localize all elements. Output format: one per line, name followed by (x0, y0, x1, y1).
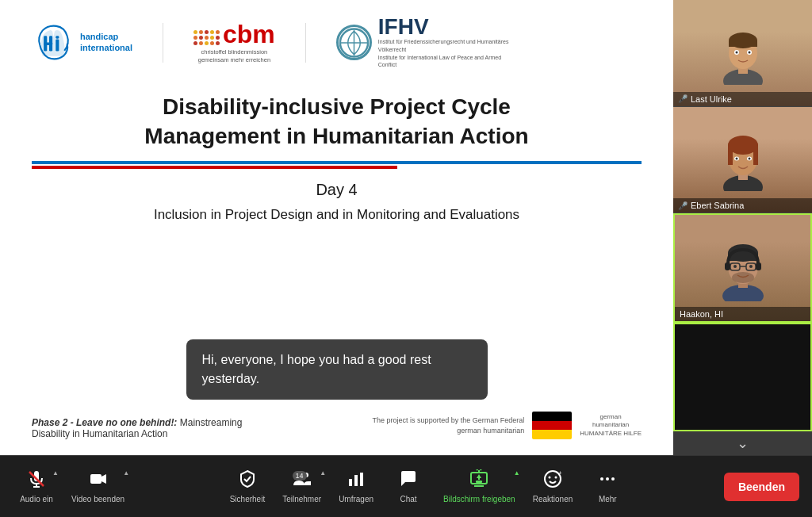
svg-rect-49 (354, 475, 358, 486)
slide-sponsor: The project is supported by the German F… (373, 412, 642, 439)
audio-label: Audio ein (20, 495, 53, 504)
participant-name-bar-3: Haakon, HI (675, 307, 810, 321)
cbm-dots (193, 30, 220, 45)
svg-point-15 (735, 51, 737, 53)
svg-rect-50 (360, 473, 363, 486)
logo-divider-2 (305, 23, 306, 63)
ifhv-circle (336, 25, 372, 60)
participant-face-3 (675, 215, 810, 321)
cbm-dot (199, 36, 203, 40)
video-label: Video beenden (71, 495, 124, 504)
svg-rect-52 (476, 481, 482, 483)
toolbar: Audio ein ▲ Video beenden ▲ (0, 455, 812, 517)
participants-label: Teilnehmer (282, 495, 321, 504)
audio-button[interactable]: Audio ein ▲ (13, 466, 60, 507)
svg-marker-54 (477, 474, 481, 480)
ifhv-logo: IFHV Institut für Friedenssicherungsrech… (336, 16, 521, 69)
audio-icon (27, 469, 46, 493)
svg-text:+: + (558, 469, 562, 477)
svg-rect-39 (756, 262, 761, 270)
chat-button[interactable]: Chat (385, 466, 432, 507)
cbm-logo: cbm christoffel blindenmissiongemeinsam … (193, 21, 275, 64)
slide-title: Disability-inclusive Project Cycle Manag… (32, 93, 642, 151)
emoji-icon: + (543, 469, 562, 488)
cbm-dot (205, 36, 209, 40)
toolbar-center: Sicherheit 14 Teilnehmer ▲ (131, 466, 724, 507)
cbm-subtext: christoffel blindenmissiongemeinsam mehr… (198, 48, 270, 64)
audio-caret[interactable]: ▲ (52, 469, 59, 477)
cbm-dot (210, 30, 214, 34)
right-panel: 🎤 Last Ulrike (673, 0, 812, 455)
ifhv-circle-svg (339, 27, 370, 59)
svg-rect-22 (753, 145, 758, 165)
audio-btn-wrapper: Audio ein ▲ (13, 466, 60, 507)
scroll-down-button[interactable]: ⌄ (673, 431, 812, 455)
more-button[interactable]: Mehr (584, 466, 631, 507)
participant-video-3[interactable]: Haakon, HI (673, 213, 812, 323)
cbm-top: cbm (193, 21, 275, 47)
share-button[interactable]: Bildschirm freigeben ▲ (437, 466, 522, 507)
flag-gold (532, 430, 572, 439)
svg-point-36 (733, 265, 737, 268)
reactions-label: Reaktionen (533, 495, 573, 504)
hi-text: handicapinternational (80, 32, 132, 52)
svg-point-25 (735, 158, 737, 160)
svg-point-60 (606, 477, 609, 481)
cbm-dot (193, 41, 197, 45)
cbm-dot (205, 30, 209, 34)
svg-rect-38 (725, 262, 730, 270)
participant-face-1 (673, 0, 812, 106)
participant-name-bar-1: 🎤 Last Ulrike (673, 92, 812, 106)
face-svg-3 (715, 234, 771, 301)
video-caret[interactable]: ▲ (123, 469, 129, 477)
cbm-dot (210, 41, 214, 45)
slide-bottom: Phase 2 - Leave no one behind!: Mainstre… (32, 404, 642, 439)
title-line2: Management in Humanitarian Action (144, 124, 528, 148)
cbm-dot (193, 36, 197, 40)
hi-logo-icon (32, 21, 75, 64)
svg-point-57 (554, 477, 557, 479)
chat-bubble-icon (399, 469, 418, 488)
screen-share-icon (469, 469, 488, 488)
reactions-button[interactable]: + Reaktionen (527, 466, 580, 507)
flag-red (532, 421, 572, 431)
svg-point-59 (600, 477, 603, 481)
svg-rect-48 (349, 479, 352, 486)
participant-video-4[interactable] (673, 323, 812, 432)
flag-black (532, 412, 572, 421)
slide-divider-blue (32, 161, 642, 164)
participant-video-2[interactable]: 🎤 Ebert Sabrina (673, 107, 812, 214)
toolbar-right: Beenden (724, 473, 799, 501)
dots-icon (598, 469, 617, 488)
chat-icon (399, 469, 418, 493)
caption-bubble: Hi, everyone, I hope you had a good rest… (186, 339, 488, 400)
security-label: Sicherheit (230, 495, 265, 504)
polls-button[interactable]: Umfragen (332, 466, 380, 507)
svg-rect-44 (90, 474, 102, 484)
share-label: Bildschirm freigeben (443, 495, 515, 504)
slide-day: Day 4 (32, 181, 642, 199)
chat-label: Chat (400, 495, 417, 504)
security-icon (238, 469, 257, 493)
participants-caret[interactable]: ▲ (320, 469, 326, 477)
slide-phase: Phase 2 - Leave no one behind!: Mainstre… (32, 417, 270, 439)
participants-badge: 14 (293, 471, 307, 481)
slide-area: handicapinternational (0, 0, 673, 455)
reactions-icon: + (543, 469, 562, 493)
video-button[interactable]: Video beenden ▲ (65, 466, 131, 507)
end-button[interactable]: Beenden (724, 473, 799, 501)
shield-icon (238, 469, 257, 488)
face-svg-1 (715, 21, 771, 85)
ifhv-text-block: IFHV Institut für Friedenssicherungsrech… (378, 16, 521, 69)
security-button[interactable]: Sicherheit (224, 466, 271, 507)
ifhv-subtext: Institut für Friedenssicherungsrecht und… (378, 38, 521, 69)
sponsor-text: The project is supported by the German F… (373, 416, 525, 435)
svg-rect-21 (728, 145, 733, 165)
svg-point-26 (748, 158, 750, 160)
title-line1: Disability-inclusive Project Cycle (163, 94, 511, 119)
participants-button[interactable]: 14 Teilnehmer ▲ (276, 466, 327, 507)
cbm-dot (210, 36, 214, 40)
participant-video-1[interactable]: 🎤 Last Ulrike (673, 0, 812, 107)
share-caret[interactable]: ▲ (514, 469, 520, 477)
participant-name-1: Last Ulrike (691, 94, 732, 104)
